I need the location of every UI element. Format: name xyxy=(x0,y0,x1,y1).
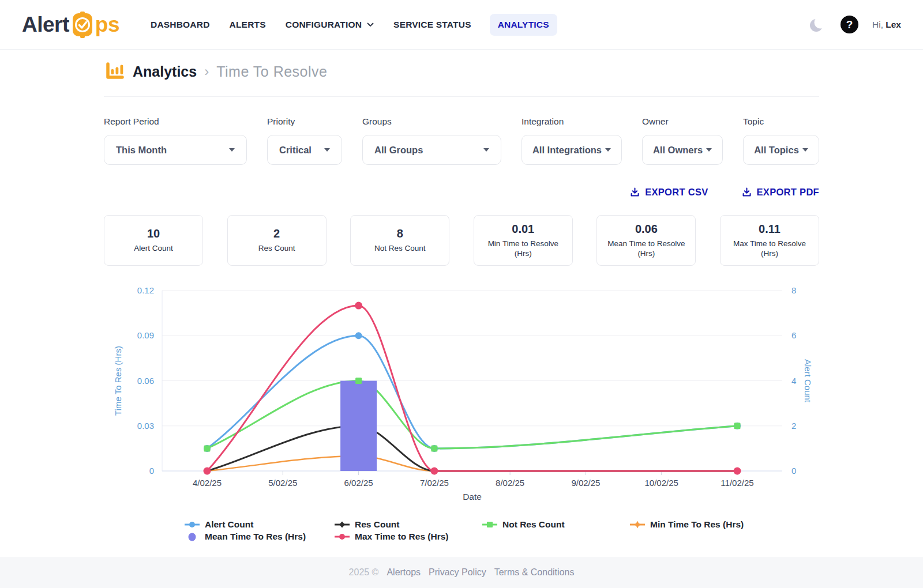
export-csv-label: EXPORT CSV xyxy=(645,187,708,198)
stat-label: Min Time to Resolve xyxy=(488,239,558,249)
filter-selected-value: All Groups xyxy=(374,145,423,156)
export-pdf-label: EXPORT PDF xyxy=(757,187,819,198)
svg-text:Time To Res (Hrs): Time To Res (Hrs) xyxy=(113,346,123,416)
footer-link-terms-conditions[interactable]: Terms & Conditions xyxy=(494,567,575,578)
svg-text:0: 0 xyxy=(149,466,154,476)
nav-item-dashboard[interactable]: DASHBOARD xyxy=(149,14,211,36)
legend-marker-diamond xyxy=(335,521,350,529)
filter-groups: GroupsAll Groups xyxy=(362,116,501,165)
breadcrumb-separator-icon: › xyxy=(204,63,209,80)
svg-text:Date: Date xyxy=(463,492,482,502)
svg-text:2: 2 xyxy=(791,421,796,431)
caret-down-icon xyxy=(706,148,712,152)
svg-text:0.06: 0.06 xyxy=(137,376,154,386)
stat-label: Alert Count xyxy=(134,244,173,254)
caret-down-icon xyxy=(483,148,489,152)
footer-link-alertops[interactable]: Alertops xyxy=(387,567,421,578)
stat-label: Mean Time to Resolve xyxy=(607,239,685,249)
stats-row: 10Alert Count2Res Count8Not Res Count0.0… xyxy=(104,215,819,266)
filter-priority: PriorityCritical xyxy=(267,116,342,165)
caret-down-icon xyxy=(229,148,235,152)
svg-text:0: 0 xyxy=(791,466,796,476)
breadcrumb: Analytics › Time To Resolve xyxy=(104,62,819,97)
stat-value: 0.01 xyxy=(512,223,534,236)
svg-text:0.09: 0.09 xyxy=(137,330,154,340)
svg-text:Alert Count: Alert Count xyxy=(803,359,813,403)
nav-item-label: ANALYTICS xyxy=(498,20,549,30)
export-pdf-button[interactable]: EXPORT PDF xyxy=(742,187,819,198)
stat-card-res-count: 2Res Count xyxy=(227,215,327,266)
legend-label: Max Time to Res (Hrs) xyxy=(355,532,449,542)
chart-legend: Alert CountRes CountNot Res CountMin Tim… xyxy=(185,519,819,542)
nav-item-label: ALERTS xyxy=(230,20,266,30)
logo-text-ps: ps xyxy=(95,13,119,37)
filter-priority-select[interactable]: Critical xyxy=(267,135,342,165)
filter-integration-select[interactable]: All Integrations xyxy=(521,135,622,165)
filter-selected-value: All Integrations xyxy=(532,145,602,156)
stat-card-min-time-to-resolve: 0.01Min Time to Resolve(Hrs) xyxy=(474,215,573,266)
svg-text:10/02/25: 10/02/25 xyxy=(645,478,678,488)
filter-report-period-select[interactable]: This Month xyxy=(104,135,247,165)
filter-selected-value: Critical xyxy=(279,145,312,156)
footer-link-privacy-policy[interactable]: Privacy Policy xyxy=(429,567,486,578)
nav-item-analytics[interactable]: ANALYTICS xyxy=(490,14,557,36)
filter-selected-value: This Month xyxy=(116,145,167,156)
legend-item-max-time-to-res-hrs[interactable]: Max Time to Res (Hrs) xyxy=(335,532,482,542)
legend-marker-star xyxy=(630,521,645,529)
nav-item-label: CONFIGURATION xyxy=(286,20,362,30)
svg-text:11/02/25: 11/02/25 xyxy=(721,478,753,488)
svg-text:9/02/25: 9/02/25 xyxy=(571,478,600,488)
export-row: EXPORT CSV EXPORT PDF xyxy=(104,187,819,198)
breadcrumb-section[interactable]: Analytics xyxy=(133,63,197,80)
legend-item-min-time-to-res-hrs[interactable]: Min Time To Res (Hrs) xyxy=(630,519,819,530)
stat-label: Res Count xyxy=(258,244,295,254)
legend-item-res-count[interactable]: Res Count xyxy=(335,519,482,530)
help-icon[interactable]: ? xyxy=(841,16,858,33)
legend-marker-circle xyxy=(185,521,200,529)
stat-label: Not Res Count xyxy=(374,244,426,254)
nav-item-alerts[interactable]: ALERTS xyxy=(228,14,267,36)
svg-text:5/02/25: 5/02/25 xyxy=(268,478,297,488)
stat-value: 8 xyxy=(397,227,403,240)
user-greeting[interactable]: Hi, Lex xyxy=(872,20,901,30)
caret-down-icon xyxy=(324,148,330,152)
caret-down-icon xyxy=(802,148,808,152)
svg-text:8: 8 xyxy=(791,285,796,295)
filter-selected-value: All Topics xyxy=(754,145,799,156)
legend-label: Res Count xyxy=(355,519,400,530)
stat-card-max-time-to-resolve: 0.11Max Time to Resolve(Hrs) xyxy=(720,215,819,266)
stat-card-alert-count: 10Alert Count xyxy=(104,215,203,266)
stat-sublabel: (Hrs) xyxy=(515,249,532,259)
legend-label: Mean Time To Res (Hrs) xyxy=(205,532,306,542)
filter-label: Report Period xyxy=(104,116,247,127)
chart-container: 00.030.060.090.12024684/02/255/02/256/02… xyxy=(104,282,819,510)
stat-value: 10 xyxy=(147,227,160,240)
svg-text:6/02/25: 6/02/25 xyxy=(344,478,373,488)
moon-icon[interactable] xyxy=(807,15,827,35)
legend-item-not-res-count[interactable]: Not Res Count xyxy=(482,519,630,530)
nav-item-service-status[interactable]: SERVICE STATUS xyxy=(392,14,472,36)
legend-item-mean-time-to-res-hrs[interactable]: Mean Time To Res (Hrs) xyxy=(185,532,335,542)
footer: 2025 © AlertopsPrivacy PolicyTerms & Con… xyxy=(0,557,923,588)
filter-topic-select[interactable]: All Topics xyxy=(743,135,819,165)
logo-text-alert: Alert xyxy=(22,13,69,37)
legend-marker-square xyxy=(482,521,497,529)
filter-label: Groups xyxy=(362,116,501,127)
stat-card-not-res-count: 8Not Res Count xyxy=(350,215,449,266)
filter-groups-select[interactable]: All Groups xyxy=(362,135,501,165)
svg-text:4: 4 xyxy=(791,376,796,386)
legend-item-alert-count[interactable]: Alert Count xyxy=(185,519,335,530)
stat-value: 0.06 xyxy=(635,223,658,236)
filter-integration: IntegrationAll Integrations xyxy=(521,116,622,165)
stat-sublabel: (Hrs) xyxy=(761,249,778,259)
greeting-prefix: Hi, xyxy=(872,20,883,29)
filter-owner-select[interactable]: All Owners xyxy=(642,135,723,165)
export-csv-button[interactable]: EXPORT CSV xyxy=(630,187,708,198)
legend-marker-ellipse xyxy=(185,533,200,541)
filter-label: Topic xyxy=(743,116,819,127)
stat-value: 0.11 xyxy=(759,223,781,236)
logo[interactable]: Alert ps xyxy=(22,12,119,38)
navbar-right: ? Hi, Lex xyxy=(807,15,901,35)
nav-item-configuration[interactable]: CONFIGURATION xyxy=(284,14,375,36)
greeting-name: Lex xyxy=(886,20,901,29)
